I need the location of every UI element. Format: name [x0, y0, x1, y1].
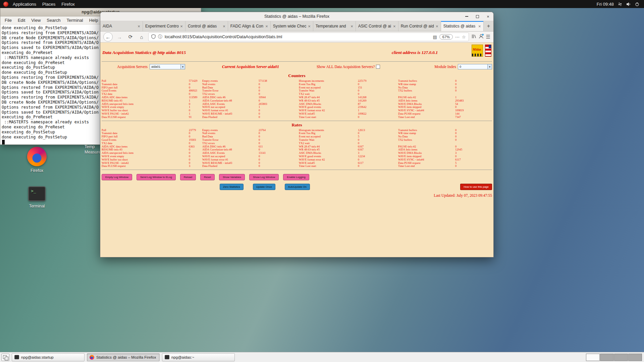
clock[interactable]: Fri 09:48	[597, 2, 614, 7]
tab-experiment-control[interactable]: Experiment Contro ×	[143, 21, 185, 31]
minimize-button[interactable]	[464, 14, 469, 19]
tab-close-icon[interactable]: ×	[436, 24, 438, 29]
reload-button[interactable]: ⟳	[126, 33, 135, 41]
menu-file[interactable]: File	[2, 18, 15, 23]
tab-run-control[interactable]: Run Control @ aid ×	[398, 21, 441, 31]
site-info-icon[interactable]: ⓘ	[158, 34, 162, 40]
tab-close-icon[interactable]: ×	[351, 24, 353, 29]
send-log-to-elog-button[interactable]: Send Log Window to ELog	[137, 174, 176, 180]
tab-close-icon[interactable]: ×	[478, 24, 481, 29]
workspace-3[interactable]	[614, 354, 628, 361]
account-icon[interactable]	[479, 34, 484, 40]
menu-icon[interactable]: ☰	[486, 34, 490, 40]
tab-label: System wide Chec	[273, 24, 307, 28]
table-row: Poll571429Empty events571138Histogram in…	[102, 79, 493, 83]
taskbar-item-terminal-home[interactable]: npg@aidas:~	[162, 353, 235, 361]
tab-close-icon[interactable]: ×	[180, 24, 183, 29]
tab-label: FADC Align & Con	[230, 24, 264, 28]
tab-label: ASIC Control @ ai	[358, 24, 392, 28]
counters-heading: Counters	[102, 73, 492, 78]
forward-button[interactable]: →	[115, 33, 124, 41]
desktop-icon-firefox[interactable]: Firefox	[21, 147, 53, 173]
enable-logging-button[interactable]: Enable Logging	[283, 174, 309, 180]
menu-help[interactable]: Help	[86, 18, 101, 23]
table-row: Data FLUSH request3Data Flushed0Time Los…	[102, 165, 493, 168]
empty-log-window-button[interactable]: Empty Log Window	[102, 174, 132, 180]
tab-fadc-align[interactable]: FADC Align & Con ×	[228, 21, 271, 31]
reader-view-icon[interactable]: ▤	[433, 35, 437, 40]
module-index-select[interactable]: 0 ▾	[458, 64, 492, 69]
home-button[interactable]: ⌂	[137, 33, 146, 41]
taskbar-item-firefox[interactable]: Statistics @ aidas – Mozilla Firefox	[87, 353, 160, 361]
workspace-4[interactable]	[628, 354, 642, 361]
menu-terminal[interactable]: Terminal	[64, 18, 86, 23]
workspace-2[interactable]	[600, 354, 614, 361]
tab-temperature[interactable]: Temperature and ×	[313, 21, 356, 31]
zoom-level[interactable]: 67%	[439, 34, 453, 40]
stat-value: 0	[189, 103, 202, 106]
stat-value: 0	[259, 142, 299, 145]
stat-value: 0	[358, 132, 398, 135]
taskbar-item-terminal-startup[interactable]: npg@aidas:startup	[12, 353, 85, 361]
maximize-button[interactable]	[475, 14, 480, 19]
workspace-1[interactable]	[586, 354, 600, 361]
url-bar[interactable]: ⓘ localhost:8015/DataAcquisitionControl/…	[148, 33, 469, 41]
tab-statistics-active[interactable]: Statistics @ aidas ×	[441, 21, 484, 31]
tab-close-icon[interactable]: ×	[223, 24, 225, 29]
stat-value: 0	[455, 135, 493, 138]
firefox-titlebar[interactable]: Statistics @ aidas – Mozilla Firefox ×	[100, 12, 493, 21]
acquisition-server-select[interactable]: aida01 ▾	[150, 64, 185, 69]
bookmark-star-icon[interactable]: ☆	[462, 35, 466, 40]
stat-value: 0	[189, 132, 202, 135]
power-icon[interactable]	[635, 2, 639, 6]
menu-view[interactable]: View	[28, 18, 44, 23]
table-row: Data FLUSH request91Data Flushed0Time Lo…	[102, 116, 493, 119]
shield-icon[interactable]	[151, 34, 156, 40]
menu-applications[interactable]: Applications	[10, 0, 39, 8]
show-desktop-button[interactable]	[1, 354, 9, 361]
stat-value: 0	[259, 138, 299, 142]
chevron-down-icon: ▾	[487, 64, 492, 69]
tab-close-icon[interactable]: ×	[393, 24, 396, 29]
stat-value: 0	[189, 158, 202, 162]
page-actions-icon[interactable]: ⋯	[455, 35, 460, 40]
show-variables-button[interactable]: Show Variables	[219, 174, 245, 180]
table-row: AIDA ADC data items113589AIDA DISC-info …	[102, 96, 493, 99]
distro-logo-icon[interactable]	[3, 2, 8, 7]
tab-close-icon[interactable]: ×	[138, 24, 140, 29]
tab-asic-control[interactable]: ASIC Control @ ai ×	[356, 21, 398, 31]
stat-value: 5	[455, 162, 493, 165]
url-text[interactable]: localhost:8015/DataAcquisitionControl/Da…	[165, 35, 431, 39]
tab-close-icon[interactable]: ×	[308, 24, 311, 29]
tab-close-icon[interactable]: ×	[265, 24, 268, 29]
tab-aida[interactable]: AIDA ×	[100, 21, 143, 31]
autoupdate-on-button[interactable]: AutoUpdate On	[285, 184, 310, 190]
desktop-icon-terminal[interactable]: >_ Terminal	[21, 186, 53, 208]
menu-search[interactable]: Search	[44, 18, 63, 23]
network-icon[interactable]	[618, 2, 622, 6]
update-once-button[interactable]: Update Once	[253, 184, 275, 190]
back-button[interactable]: ←	[103, 32, 113, 42]
stat-label: Good Events	[102, 138, 189, 142]
close-button[interactable]: ×	[485, 14, 491, 19]
reset-button[interactable]: Reset	[200, 174, 215, 180]
show-log-window-button[interactable]: Show Log Window	[249, 174, 279, 180]
npg-logo[interactable]	[485, 45, 491, 57]
tab-control-aidas[interactable]: Control @ aidas ×	[185, 21, 228, 31]
reload-button[interactable]: Reload	[180, 174, 196, 180]
selected-server: aida01	[150, 65, 180, 68]
menu-firefox[interactable]: Firefox	[58, 0, 78, 8]
library-icon[interactable]	[471, 34, 476, 40]
show-all-checkbox[interactable]	[376, 65, 380, 69]
volume-icon[interactable]	[626, 2, 631, 6]
midas-logo[interactable]: Midas	[472, 45, 483, 57]
tab-system-checks[interactable]: System wide Chec ×	[271, 21, 313, 31]
stat-value: 109819	[455, 109, 493, 112]
how-to-use-button[interactable]: How to use this page	[460, 184, 492, 190]
menu-places[interactable]: Places	[39, 0, 58, 8]
client-address: client address is 127.0.0.1	[392, 50, 438, 55]
zero-statistics-button[interactable]: Zero Statistics	[220, 184, 244, 190]
new-tab-button[interactable]: +	[484, 21, 493, 31]
menu-edit[interactable]: Edit	[15, 18, 28, 23]
stat-value: 6363	[189, 145, 202, 148]
